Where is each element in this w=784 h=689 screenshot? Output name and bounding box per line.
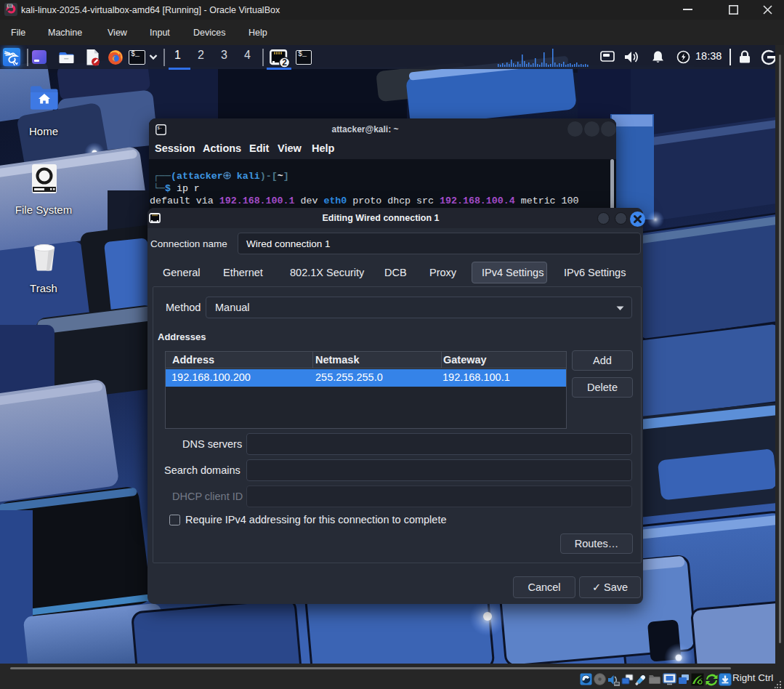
svg-text:2: 2 xyxy=(282,57,287,68)
svg-text:64: 64 xyxy=(8,4,12,8)
